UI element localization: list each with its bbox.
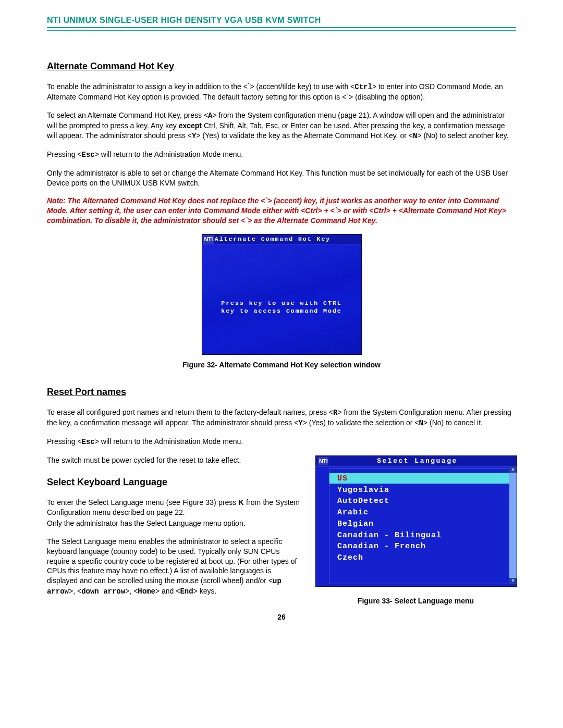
heading-alternate-command-hot-key: Alternate Command Hot Key (47, 60, 516, 72)
text: > (No) to cancel it. (423, 418, 483, 427)
figure-33-screenshot: NTI Select Language US Yugoslavia AutoDe… (315, 455, 517, 587)
text: Pressing < (47, 437, 82, 446)
text: >, < (125, 587, 138, 595)
text: To enable the administrator to assign a … (47, 82, 354, 91)
list-item: Canadian - French (337, 541, 442, 552)
figure-caption-33: Figure 33- Select Language menu (315, 596, 516, 606)
nti-logo: NTI (203, 235, 214, 244)
text: >, < (69, 587, 81, 595)
paragraph: To select an Alternate Command Hot Key, … (47, 110, 516, 141)
osd-language-list: US Yugoslavia AutoDetect Arabic Belgian … (337, 473, 442, 564)
scroll-down-icon: ▼ (509, 578, 517, 584)
osd-window-title: Alternate Command Hot Key (215, 235, 331, 243)
key-end: End (180, 587, 193, 596)
key-esc: Esc (82, 151, 95, 159)
figure-caption-32: Figure 32- Alternate Command Hot Key sel… (47, 360, 516, 370)
key-y: Y (298, 419, 302, 427)
page-number: 26 (47, 612, 516, 633)
paragraph: To erase all configured port names and r… (47, 408, 516, 428)
list-item: Canadian - Bilingual (337, 530, 442, 541)
key-esc: Esc (82, 438, 95, 446)
paragraph: Pressing <Esc> will return to the Admini… (47, 150, 516, 160)
text: > (Yes) to validate the key as the Alter… (196, 131, 413, 140)
text: The Select Language menu enables the adm… (47, 537, 297, 585)
osd-title-bar: NTI Alternate Command Hot Key (202, 235, 361, 244)
paragraph: The switch must be power cycled for the … (47, 455, 300, 465)
key-home: Home (138, 587, 155, 596)
text: > (Yes) to validate the selection or < (303, 418, 419, 427)
scroll-up-icon: ▲ (509, 466, 517, 473)
text: To enter the Select Language menu (see F… (47, 498, 239, 507)
figure-32-screenshot: NTI Alternate Command Hot Key Press key … (202, 234, 362, 355)
text: > keys. (193, 587, 217, 595)
text: > and < (155, 587, 180, 595)
heading-select-keyboard-language: Select Keyboard Language (47, 476, 300, 488)
text: Pressing < (47, 150, 82, 158)
text: To erase all configured port names and r… (47, 408, 333, 416)
key-ctrl: Ctrl (354, 83, 372, 91)
nti-logo: NTI (318, 457, 328, 466)
text-bold: except (179, 121, 202, 130)
text: To select an Alternate Command Hot Key, … (47, 111, 208, 119)
list-item: Czech (337, 552, 442, 564)
paragraph: To enable the administrator to assign a … (47, 82, 516, 102)
osd-title-bar: NTI Select Language (316, 456, 517, 467)
text: > will return to the Administration Mode… (95, 150, 243, 158)
paragraph: Pressing <Esc> will return to the Admini… (47, 437, 516, 447)
heading-reset-port-names: Reset Port names (47, 386, 516, 398)
list-item: Arabic (337, 507, 442, 519)
text: > will return to the Administration Mode… (95, 437, 243, 446)
key-k: K (239, 498, 244, 507)
key-down-arrow: down arrow (81, 587, 125, 596)
header-rule (47, 27, 516, 31)
osd-line: Press key to use with CTRL (202, 300, 361, 307)
osd-scrollbar: ▲ ▼ (509, 466, 517, 584)
note-text: Note: The Alternated Command Hot Key doe… (47, 196, 516, 226)
osd-body: Press key to use with CTRL key to access… (202, 300, 361, 315)
list-item: Yugoslavia (337, 485, 442, 496)
list-item: Belgian (337, 519, 442, 530)
paragraph: Only the administrator has the Select La… (47, 519, 300, 528)
list-item: US (337, 473, 442, 485)
osd-listbox: US Yugoslavia AutoDetect Arabic Belgian … (329, 468, 509, 584)
list-item: AutoDetect (337, 496, 442, 507)
paragraph: To enter the Select Language menu (see F… (47, 498, 300, 517)
page-header: NTI UNIMUX SINGLE-USER HIGH DENSITY VGA … (47, 16, 516, 25)
text: > (No) to select another key. (417, 131, 508, 140)
paragraph: Only the administrator is able to set or… (47, 168, 516, 188)
osd-window-title: Select Language (318, 456, 517, 466)
key-n: N (419, 419, 423, 427)
paragraph: The Select Language menu enables the adm… (47, 537, 300, 597)
osd-line: key to access Command Mode (202, 307, 361, 315)
